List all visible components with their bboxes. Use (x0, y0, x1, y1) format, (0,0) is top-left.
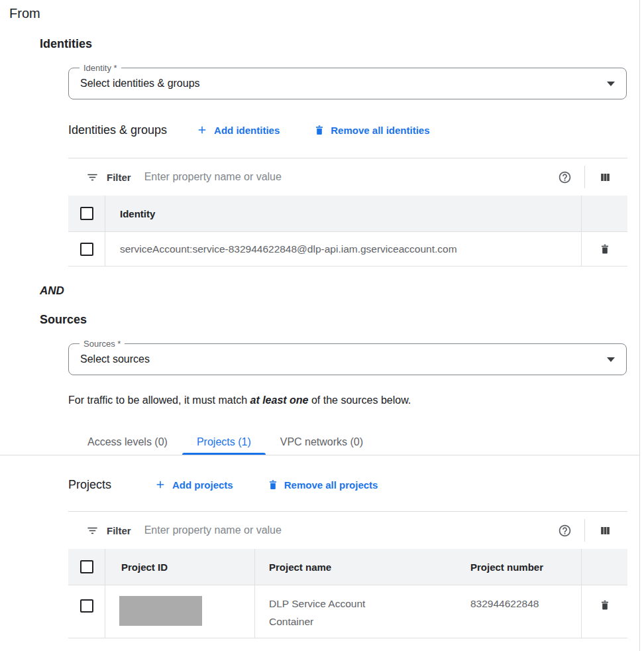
toolbar-divider (584, 166, 585, 188)
add-identities-button[interactable]: Add identities (196, 124, 280, 136)
tab-access-levels[interactable]: Access levels (0) (73, 429, 182, 455)
select-all-checkbox[interactable] (80, 560, 93, 573)
sources-heading: Sources (40, 313, 644, 327)
row-checkbox[interactable] (80, 599, 93, 613)
column-display-icon[interactable] (599, 524, 612, 537)
project-table-row: DLP Service Account Container 8329446228… (68, 585, 627, 638)
remove-all-identities-button[interactable]: Remove all identities (314, 124, 429, 136)
plus-icon (154, 479, 166, 491)
dropdown-arrow-icon (607, 82, 615, 86)
filter-icon (86, 524, 99, 537)
sources-select-label: Sources * (80, 338, 125, 349)
identities-table-header: Identity (68, 196, 627, 232)
column-header-project-number: Project number (470, 562, 543, 573)
filter-label: Filter (107, 172, 131, 183)
identities-filter-input[interactable] (144, 171, 558, 183)
redacted-project-id (119, 596, 202, 626)
dropdown-arrow-icon (607, 357, 615, 362)
trash-icon (314, 124, 325, 136)
toolbar-divider (584, 519, 585, 542)
identity-value: serviceAccount:service-832944622848@dlp-… (120, 240, 457, 258)
project-name-value: DLP Service Account Container (269, 595, 402, 630)
tab-vpc-networks[interactable]: VPC networks (0) (266, 429, 378, 455)
delete-identity-button[interactable] (597, 240, 613, 258)
column-display-icon[interactable] (599, 171, 612, 184)
sources-select[interactable]: Sources * Select sources (68, 343, 627, 375)
filter-label: Filter (107, 525, 131, 536)
note-emphasis: at least one (250, 394, 308, 406)
trash-icon (268, 479, 278, 491)
help-icon[interactable] (558, 170, 572, 184)
remove-all-projects-label: Remove all projects (284, 479, 378, 491)
identity-select-label: Identity * (80, 62, 121, 74)
add-identities-label: Add identities (214, 125, 280, 136)
plus-icon (196, 124, 208, 136)
projects-filter-input[interactable] (144, 524, 558, 536)
identities-filter-row: Filter (68, 158, 627, 196)
identity-select-value: Select identities & groups (69, 68, 626, 99)
panel-right-border (639, 0, 640, 651)
help-icon[interactable] (558, 524, 572, 538)
sources-select-value: Select sources (69, 344, 626, 375)
projects-list-toolbar: Projects Add projects Remove all project… (68, 475, 644, 494)
row-checkbox[interactable] (80, 243, 93, 256)
projects-filter-row: Filter (68, 512, 627, 549)
and-operator-label: AND (40, 284, 644, 298)
note-suffix: of the sources below. (309, 394, 411, 406)
sources-note: For traffic to be allowed, it must match… (68, 394, 644, 406)
add-projects-button[interactable]: Add projects (154, 479, 233, 491)
identities-list-label: Identities & groups (68, 123, 167, 137)
add-projects-label: Add projects (172, 479, 233, 491)
tab-projects[interactable]: Projects (1) (182, 429, 266, 455)
remove-all-projects-button[interactable]: Remove all projects (268, 479, 378, 491)
project-number-value: 832944622848 (470, 595, 539, 613)
remove-all-identities-label: Remove all identities (331, 125, 429, 136)
delete-project-button[interactable] (597, 596, 613, 614)
filter-icon (86, 171, 99, 184)
identity-select[interactable]: Identity * Select identities & groups (68, 68, 627, 99)
identities-list-toolbar: Identities & groups Add identities Remov… (68, 121, 644, 139)
projects-table-header: Project ID Project name Project number (68, 549, 627, 585)
column-header-project-name: Project name (269, 562, 331, 573)
identities-heading: Identities (40, 37, 644, 51)
page-title: From (9, 6, 644, 21)
projects-table-panel: Filter Project ID Project name Project n… (68, 511, 627, 638)
projects-list-label: Projects (68, 478, 111, 492)
column-header-identity: Identity (120, 208, 155, 219)
column-header-project-id: Project ID (121, 562, 168, 573)
identities-table-panel: Filter Identity serviceAccount:service-8… (68, 158, 627, 266)
identity-table-row: serviceAccount:service-832944622848@dlp-… (68, 232, 627, 266)
note-prefix: For traffic to be allowed, it must match (68, 394, 250, 406)
select-all-checkbox[interactable] (80, 207, 93, 220)
sources-tabs: Access levels (0) Projects (1) VPC netwo… (0, 429, 639, 455)
